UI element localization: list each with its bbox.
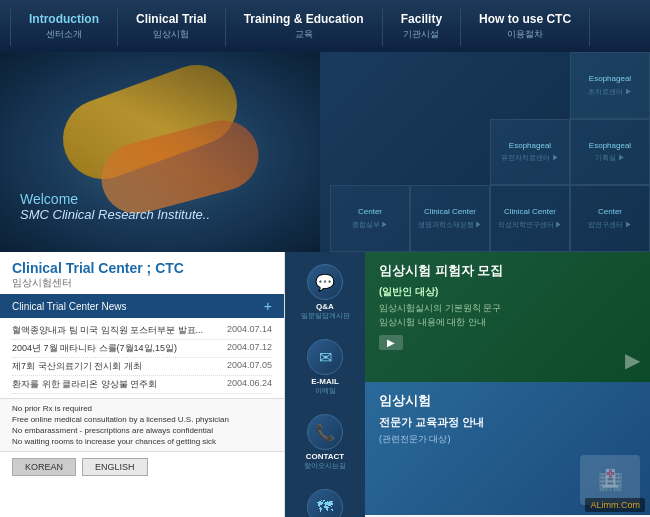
contact-sublabel: 찾아오시는길	[304, 461, 346, 471]
news-item-date: 2004.07.12	[227, 342, 272, 355]
nav-facility-sub: 기관시설	[403, 28, 439, 41]
nav-clinical-trial-label: Clinical Trial	[136, 12, 207, 26]
right-bottom-sub: 전문가 교육과정 안내 (관련전문가 대상)	[379, 414, 636, 446]
nav-how-to-use[interactable]: How to use CTC 이용절차	[461, 7, 590, 46]
lang-english-button[interactable]: ENGLISH	[82, 458, 148, 476]
right-top-section: 임상시험 피험자 모집 (일반인 대상) 임상시험실시의 기본원칙 문구 임상시…	[365, 252, 650, 382]
nav-clinical-trial[interactable]: Clinical Trial 임상시험	[118, 7, 226, 46]
email-sublabel: 이메일	[315, 386, 336, 396]
news-plus-button[interactable]: +	[264, 298, 272, 314]
nav-introduction-sub: 센터소개	[46, 28, 82, 41]
panel-empty-2	[410, 52, 490, 119]
nav-how-to-use-sub: 이용절차	[507, 28, 543, 41]
right-bottom-section: 임상시험 전문가 교육과정 안내 (관련전문가 대상) 🏥	[365, 382, 650, 515]
panel-center2-sub: 생명과학소재은행 ▶	[418, 220, 483, 230]
news-item-text: 제7회 국산의료기기 전시회 개최	[12, 360, 223, 373]
extra-info-item: Free online medical consultation by a li…	[12, 414, 272, 425]
panel-esophageal-right-sub: 기획실 ▶	[595, 153, 625, 163]
qa-label: Q&A	[316, 302, 334, 311]
main-content: Clinical Trial Center ; CTC 임상시험센터 Clini…	[0, 252, 650, 517]
panel-empty-4	[330, 119, 410, 186]
panel-esophageal-left[interactable]: Esophageal 유전자치료센터 ▶	[490, 119, 570, 186]
header: Introduction 센터소개 Clinical Trial 임상시험 Tr…	[0, 0, 650, 52]
panel-center4-sub: 암연구센터 ▶	[588, 220, 632, 230]
contact-icon: 📞	[307, 414, 343, 450]
nav-bar: Introduction 센터소개 Clinical Trial 임상시험 Tr…	[10, 7, 640, 46]
nav-facility-label: Facility	[401, 12, 442, 26]
hero-welcome: Welcome	[20, 191, 210, 207]
nav-clinical-trial-sub: 임상시험	[153, 28, 189, 41]
email-label: E-MAIL	[311, 377, 339, 386]
lang-korean-button[interactable]: KOREAN	[12, 458, 76, 476]
panel-center4-label: Center	[598, 207, 622, 217]
right-panel: 임상시험 피험자 모집 (일반인 대상) 임상시험실시의 기본원칙 문구 임상시…	[365, 252, 650, 517]
nav-training-label: Training & Education	[244, 12, 364, 26]
panel-esophageal-left-sub: 유전자치료센터 ▶	[501, 153, 559, 163]
news-list-item[interactable]: 2004년 7월 매타니타 스를(7월14일,15일)2004.07.12	[12, 340, 272, 358]
icon-item-sitemap[interactable]: 🗺 SITEMAP 사이트맵	[290, 485, 360, 517]
qa-icon: 💬	[307, 264, 343, 300]
extra-info-item: No waiting rooms to increase your chance…	[12, 436, 272, 447]
panel-center3-sub: 의성의학연구센터 ▶	[498, 220, 563, 230]
panel-esophageal-left-label: Esophageal	[509, 141, 551, 151]
right-top-arrow[interactable]: ▶	[379, 335, 403, 350]
nav-training-sub: 교육	[295, 28, 313, 41]
left-panel: Clinical Trial Center ; CTC 임상시험센터 Clini…	[0, 252, 285, 517]
hero-panel-grid: Esophageal 초치료센터 ▶ Esophageal 유전자치료센터 ▶ …	[330, 52, 650, 252]
panel-center1-label: Center	[358, 207, 382, 217]
panel-center2-label: Clinical Center	[424, 207, 476, 217]
panel-center1-sub: 종합실부 ▶	[352, 220, 389, 230]
panel-esophageal-right[interactable]: Esophageal 기획실 ▶	[570, 119, 650, 186]
panel-esophageal-top-label: Esophageal	[589, 74, 631, 84]
right-bottom-title: 임상시험	[379, 392, 636, 410]
news-item-date: 2004.06.24	[227, 378, 272, 391]
news-list-item[interactable]: 혈액종양내과 팀 미국 임직원 포스터부분 발표...2004.07.14	[12, 322, 272, 340]
icon-item-contact[interactable]: 📞 CONTACT 찾아오시는길	[290, 410, 360, 475]
qa-sublabel: 일문일답게시판	[301, 311, 350, 321]
extra-info-item: No prior Rx is required	[12, 403, 272, 414]
news-item-date: 2004.07.14	[227, 324, 272, 337]
news-item-text: 혈액종양내과 팀 미국 임직원 포스터부분 발표...	[12, 324, 223, 337]
news-list-item[interactable]: 환자를 위한 클라리온 양상불 연주회2004.06.24	[12, 376, 272, 394]
contact-label: CONTACT	[306, 452, 345, 461]
right-bottom-image: 🏥	[580, 455, 640, 505]
nav-facility[interactable]: Facility 기관시설	[383, 7, 461, 46]
panel-esophageal-top-sub: 초치료센터 ▶	[588, 87, 632, 97]
news-header: Clinical Trial Center News +	[0, 294, 284, 318]
nav-how-to-use-label: How to use CTC	[479, 12, 571, 26]
sitemap-icon: 🗺	[307, 489, 343, 517]
icon-item-email[interactable]: ✉ E-MAIL 이메일	[290, 335, 360, 400]
mid-panel: 💬 Q&A 일문일답게시판 ✉ E-MAIL 이메일 📞 CONTACT 찾아오…	[285, 252, 365, 517]
ctc-sub-title: 임상시험센터	[12, 276, 272, 290]
hero-institute: SMC Clinical Research Institute..	[20, 207, 210, 222]
icon-item-qa[interactable]: 💬 Q&A 일문일답게시판	[290, 260, 360, 325]
extra-info: No prior Rx is requiredFree online medic…	[0, 398, 284, 451]
nav-training[interactable]: Training & Education 교육	[226, 7, 383, 46]
panel-empty-3	[490, 52, 570, 119]
panel-center1[interactable]: Center 종합실부 ▶	[330, 185, 410, 252]
panel-center3-label: Clinical Center	[504, 207, 556, 217]
ctc-main-title: Clinical Trial Center ; CTC	[12, 260, 272, 276]
nav-introduction-label: Introduction	[29, 12, 99, 26]
email-icon: ✉	[307, 339, 343, 375]
panel-center2[interactable]: Clinical Center 생명과학소재은행 ▶	[410, 185, 490, 252]
nav-introduction[interactable]: Introduction 센터소개	[10, 7, 118, 46]
ctc-title-block: Clinical Trial Center ; CTC 임상시험센터	[0, 252, 284, 294]
panel-esophageal-right-label: Esophageal	[589, 141, 631, 151]
right-top-title: 임상시험 피험자 모집	[379, 262, 636, 280]
news-header-label: Clinical Trial Center News	[12, 301, 126, 312]
hero-text-block: Welcome SMC Clinical Research Institute.…	[20, 191, 210, 222]
lang-buttons: KOREAN ENGLISH	[0, 451, 284, 482]
panel-empty-1	[330, 52, 410, 119]
news-list-item[interactable]: 제7회 국산의료기기 전시회 개최2004.07.05	[12, 358, 272, 376]
hero-image	[0, 52, 320, 252]
hero-section: Welcome SMC Clinical Research Institute.…	[0, 52, 650, 252]
news-item-date: 2004.07.05	[227, 360, 272, 373]
extra-info-item: No embarassment - prescriptions are alwa…	[12, 425, 272, 436]
panel-empty-5	[410, 119, 490, 186]
news-item-text: 2004년 7월 매타니타 스를(7월14일,15일)	[12, 342, 223, 355]
right-top-badge: (일반인 대상) 임상시험실시의 기본원칙 문구 임상시험 내용에 대한 안내	[379, 284, 636, 329]
panel-center4[interactable]: Center 암연구센터 ▶	[570, 185, 650, 252]
panel-center3[interactable]: Clinical Center 의성의학연구센터 ▶	[490, 185, 570, 252]
panel-esophageal-top[interactable]: Esophageal 초치료센터 ▶	[570, 52, 650, 119]
